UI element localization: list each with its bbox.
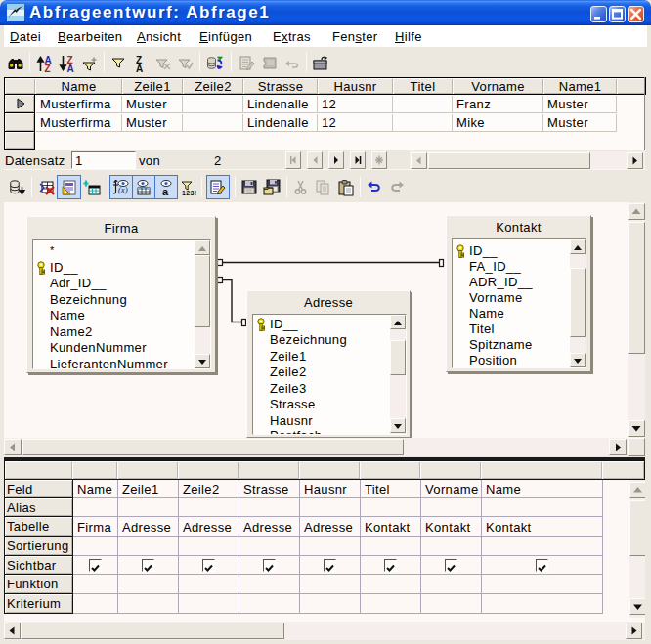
- svg-text:Z: Z: [45, 64, 51, 73]
- svg-text:123!: 123!: [182, 190, 196, 196]
- svg-text:a: a: [162, 186, 169, 197]
- svg-text:A: A: [136, 64, 144, 73]
- svg-text:A: A: [67, 64, 75, 73]
- svg-text:(x): (x): [118, 186, 128, 194]
